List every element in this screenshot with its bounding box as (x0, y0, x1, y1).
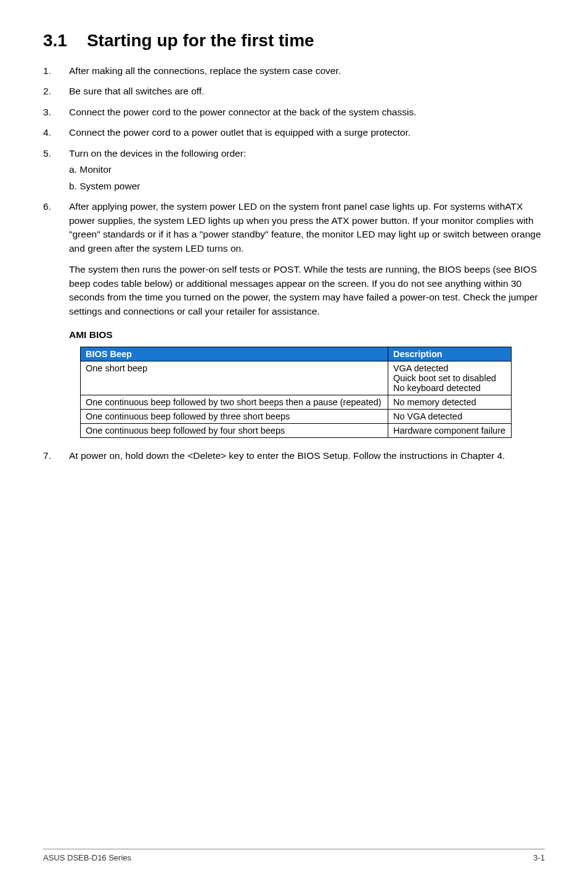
step-4: Connect the power cord to a power outlet… (43, 126, 545, 139)
ordered-steps-cont: At power on, hold down the <Delete> key … (43, 449, 545, 463)
step-1: After making all the connections, replac… (43, 64, 545, 78)
step-text: Connect the power cord to a power outlet… (69, 127, 410, 138)
step-text: Be sure that all switches are off. (69, 86, 204, 96)
cell-desc: VGA detectedQuick boot set to disabledNo… (388, 361, 511, 395)
step-3: Connect the power cord to the power conn… (43, 105, 545, 119)
table-row: One continuous beep followed by two shor… (81, 395, 512, 410)
step-5-sub-a: a. Monitor (69, 163, 545, 176)
cell-desc: No memory detected (388, 395, 511, 410)
step-5: Turn on the devices in the following ord… (43, 147, 545, 193)
footer-right: 3-1 (533, 853, 545, 862)
step-5-sub-b: b. System power (69, 179, 545, 193)
table-row: One short beep VGA detectedQuick boot se… (81, 361, 512, 395)
step-text: Connect the power cord to the power conn… (69, 107, 416, 117)
cell-beep: One continuous beep followed by three sh… (81, 410, 388, 424)
table-header-beep: BIOS Beep (81, 347, 388, 361)
step-text: After applying power, the system power L… (69, 201, 541, 253)
cell-beep: One short beep (81, 361, 388, 395)
page-heading: 3.1Starting up for the first time (43, 31, 545, 51)
table-header-row: BIOS Beep Description (81, 347, 512, 361)
step-text: Turn on the devices in the following ord… (69, 148, 246, 159)
page-footer: ASUS DSEB-D16 Series 3-1 (43, 849, 545, 862)
table-header-desc: Description (388, 347, 511, 361)
step-text: At power on, hold down the <Delete> key … (69, 450, 505, 461)
cell-desc: No VGA detected (388, 410, 511, 424)
cell-beep: One continuous beep followed by two shor… (81, 395, 388, 410)
table-row: One continuous beep followed by four sho… (81, 424, 512, 438)
step-7: At power on, hold down the <Delete> key … (43, 449, 545, 463)
cell-desc: Hardware component failure (388, 424, 511, 438)
ordered-steps: After making all the connections, replac… (43, 64, 545, 318)
table-row: One continuous beep followed by three sh… (81, 410, 512, 424)
section-number: 3.1 (43, 31, 67, 51)
step-2: Be sure that all switches are off. (43, 85, 545, 98)
step-6-extra: The system then runs the power-on self t… (69, 263, 545, 318)
cell-beep: One continuous beep followed by four sho… (81, 424, 388, 438)
step-6: After applying power, the system power L… (43, 200, 545, 318)
section-title: Starting up for the first time (87, 31, 314, 50)
ami-bios-title: AMI BIOS (69, 329, 545, 340)
step-text: After making all the connections, replac… (69, 65, 341, 76)
footer-left: ASUS DSEB-D16 Series (43, 853, 131, 862)
bios-beep-table: BIOS Beep Description One short beep VGA… (80, 347, 512, 438)
